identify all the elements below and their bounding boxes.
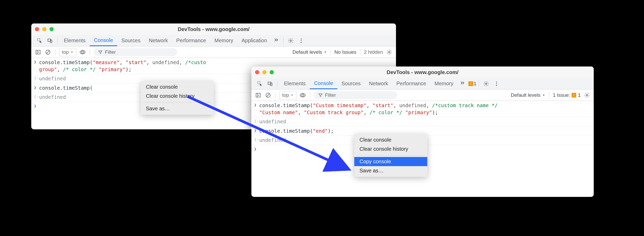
input-arrow-icon: ❯: [34, 85, 39, 90]
tab-network[interactable]: Network: [145, 35, 172, 46]
device-toolbar-icon[interactable]: [45, 38, 55, 44]
separator: [549, 92, 549, 98]
separator: [277, 80, 278, 87]
menu-save-as[interactable]: Save as…: [354, 166, 427, 175]
menu-copy-console[interactable]: Copy console: [354, 157, 427, 166]
input-arrow-icon: ❯: [254, 128, 259, 133]
chevron-down-icon: [324, 51, 327, 54]
svg-point-11: [82, 51, 84, 53]
svg-point-24: [302, 94, 304, 96]
svg-rect-7: [36, 50, 40, 54]
chevron-down-icon: [70, 51, 73, 54]
levels-label: Default levels: [293, 49, 322, 55]
separator: [90, 49, 90, 55]
settings-icon[interactable]: [481, 81, 491, 87]
svg-point-5: [301, 40, 302, 41]
console-settings-icon[interactable]: [386, 49, 393, 56]
toggle-sidebar-icon[interactable]: [255, 92, 262, 99]
tab-elements[interactable]: Elements: [280, 78, 310, 89]
tabstrip: Elements Console Sources Network Perform…: [31, 35, 396, 46]
filter-icon: [98, 50, 103, 55]
issues-link[interactable]: No Issues: [335, 49, 356, 55]
kebab-menu-icon[interactable]: [491, 81, 502, 87]
window-title: DevTools - www.google.com/: [251, 69, 594, 75]
menu-clear-history[interactable]: Clear console history: [354, 144, 427, 154]
svg-rect-0: [38, 38, 40, 41]
context-label: top: [62, 49, 69, 55]
chevron-down-icon: [290, 94, 294, 97]
filter-placeholder: Filter: [325, 92, 336, 98]
execution-context-dropdown[interactable]: top: [59, 48, 76, 56]
toggle-sidebar-icon[interactable]: [34, 49, 42, 56]
filter-icon: [318, 93, 323, 98]
tab-performance[interactable]: Performance: [172, 35, 210, 46]
log-levels-dropdown[interactable]: Default levels: [293, 49, 327, 55]
tab-console[interactable]: Console: [90, 35, 117, 46]
tab-sources[interactable]: Sources: [337, 78, 365, 89]
filter-input[interactable]: Filter: [314, 91, 397, 99]
inspect-icon[interactable]: [255, 81, 265, 87]
tab-memory[interactable]: Memory: [210, 35, 237, 46]
more-tabs-icon[interactable]: [271, 37, 281, 44]
tab-network[interactable]: Network: [365, 78, 392, 89]
svg-rect-13: [258, 81, 260, 84]
warning-icon: !: [572, 93, 576, 98]
inspect-icon[interactable]: [34, 38, 45, 44]
svg-point-12: [388, 51, 390, 53]
titlebar: DevTools - www.google.com/: [31, 23, 396, 35]
output-arrow-icon: ⟨·: [34, 76, 39, 81]
prompt-arrow-icon: ❯: [34, 104, 39, 108]
settings-icon[interactable]: [286, 38, 296, 44]
svg-point-3: [290, 40, 292, 41]
svg-rect-20: [256, 93, 261, 97]
kebab-menu-icon[interactable]: [296, 38, 306, 44]
console-input-row[interactable]: ❯ console.timeStamp("Custom timestamp", …: [251, 101, 594, 117]
tabstrip-issues-badge[interactable]: ! 1: [468, 81, 476, 87]
chevron-down-icon: [542, 94, 545, 97]
input-arrow-icon: ❯: [254, 102, 259, 107]
issue-count: 1: [474, 81, 476, 87]
separator: [360, 49, 360, 55]
context-menu: Clear console Clear console history Save…: [141, 81, 214, 115]
hidden-count[interactable]: 2 hidden: [364, 49, 383, 55]
filter-input[interactable]: Filter: [94, 48, 177, 56]
device-toolbar-icon[interactable]: [265, 81, 275, 87]
more-tabs-icon[interactable]: [457, 80, 467, 87]
tab-sources[interactable]: Sources: [117, 35, 145, 46]
tab-elements[interactable]: Elements: [60, 35, 90, 46]
menu-clear-console[interactable]: Clear console: [141, 82, 214, 92]
separator: [479, 80, 479, 87]
context-label: top: [282, 92, 289, 98]
tab-application[interactable]: Application: [237, 35, 271, 46]
clear-console-icon[interactable]: [44, 49, 52, 56]
console-settings-icon[interactable]: [583, 92, 591, 99]
devtools-window-b: DevTools - www.google.com/ Elements Cons…: [251, 66, 594, 197]
live-expression-icon[interactable]: [299, 92, 306, 99]
live-expression-icon[interactable]: [79, 49, 86, 56]
console-undefined: undefined: [259, 118, 591, 125]
separator: [55, 49, 55, 55]
separator: [275, 92, 276, 98]
separator: [331, 49, 331, 55]
tab-console[interactable]: Console: [310, 78, 337, 89]
menu-separator: [143, 102, 211, 102]
levels-label: Default levels: [511, 92, 541, 98]
menu-save-as[interactable]: Save as…: [141, 104, 214, 113]
svg-point-17: [496, 81, 497, 82]
filter-placeholder: Filter: [105, 49, 116, 55]
menu-clear-console[interactable]: Clear console: [354, 135, 427, 144]
titlebar: DevTools - www.google.com/: [251, 66, 594, 78]
prompt-arrow-icon: ❯: [254, 147, 259, 152]
issues-link[interactable]: 1 Issue: ! 1: [553, 92, 581, 98]
tab-memory[interactable]: Memory: [430, 78, 457, 89]
svg-point-18: [496, 83, 497, 84]
log-levels-dropdown[interactable]: Default levels: [511, 92, 545, 98]
svg-point-4: [301, 38, 302, 39]
separator: [310, 92, 310, 98]
tab-performance[interactable]: Performance: [392, 78, 431, 89]
output-arrow-icon: ⟨·: [34, 94, 39, 99]
clear-console-icon[interactable]: [264, 92, 272, 99]
menu-clear-history[interactable]: Clear console history: [141, 92, 214, 101]
svg-point-16: [485, 83, 487, 84]
execution-context-dropdown[interactable]: top: [279, 91, 296, 99]
